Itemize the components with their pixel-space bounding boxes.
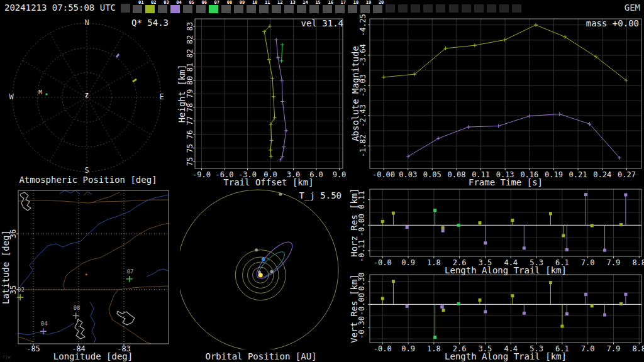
station-slot-label: 11 — [265, 0, 270, 5]
map-river — [18, 323, 74, 335]
map-terrain — [20, 192, 31, 211]
map-state-border — [18, 286, 169, 290]
station-slot-09[interactable] — [234, 5, 243, 13]
station-slots: 0102030405060708091011121314151617181920 — [0, 0, 644, 15]
vert-point-station-04 — [440, 305, 443, 309]
station-slot-spare — [499, 4, 509, 13]
moon-marker: M — [38, 90, 42, 96]
orbit-caption: Orbital Position [AU] — [205, 352, 316, 361]
station-slot-label: 14 — [303, 0, 308, 5]
map-river — [90, 302, 96, 344]
station-slot-spare — [398, 4, 408, 13]
sun-dot — [258, 273, 263, 277]
earth-dot — [262, 258, 265, 261]
trail-ylabel: Height [km] — [177, 65, 187, 123]
station-slot-spare — [436, 4, 445, 13]
trail-xlabel: Trail Offset [km] — [223, 178, 313, 187]
horz-point-station-02 — [591, 224, 594, 228]
horz-point-station-02 — [478, 221, 481, 224]
atmospheric-caption: Atmospheric Position [deg] — [19, 175, 157, 185]
vert-point-station-02 — [511, 294, 514, 297]
horz-res-xlabel: Length Along Trail [km] — [445, 266, 567, 275]
planet-dot — [255, 248, 258, 251]
map-state-border — [109, 290, 151, 344]
station-slot-20[interactable] — [373, 5, 382, 13]
horz-point-station-07 — [433, 209, 436, 212]
polar-spoke — [87, 60, 151, 97]
station-slot-16[interactable] — [323, 5, 332, 13]
map-river — [20, 195, 169, 287]
station-slot-label: 17 — [341, 0, 346, 5]
station-slot-08[interactable] — [221, 5, 231, 13]
vert-point-station-02 — [560, 325, 564, 328]
station-slot-11[interactable] — [259, 5, 269, 13]
station-slot-spare — [411, 4, 420, 13]
station-slot-19[interactable] — [360, 5, 370, 13]
vert-point-station-04 — [484, 310, 487, 314]
station-slot-17[interactable] — [335, 5, 345, 13]
horz-point-station-04 — [484, 241, 487, 244]
station-slot-10[interactable] — [247, 5, 256, 13]
plot-border — [370, 275, 641, 343]
polar-spoke — [87, 33, 124, 97]
planet-dot — [270, 270, 274, 273]
station-slot-spare — [462, 4, 471, 13]
station-slot-02[interactable] — [145, 5, 155, 13]
horz-point-station-04 — [565, 248, 569, 251]
station-slot-01[interactable] — [133, 5, 142, 13]
compass-west-label: W — [9, 93, 13, 101]
station-slot-04[interactable] — [170, 5, 180, 13]
vert-point-station-02 — [619, 302, 623, 305]
map-terrain — [117, 311, 135, 325]
vert-point-station-02 — [381, 297, 384, 300]
vert-res-xlabel: Length Along Trail [km] — [445, 352, 567, 361]
map-terrain — [75, 319, 85, 339]
station-slot-label: 07 — [214, 0, 219, 5]
station-slot-leading[interactable] — [121, 4, 130, 13]
horz-point-station-02 — [381, 220, 384, 223]
horz-point-station-04 — [624, 193, 627, 196]
vert-point-station-02 — [549, 281, 552, 284]
station-slot-label: 04 — [176, 0, 181, 5]
station-slot-spare — [512, 4, 521, 13]
magnitude-ylabel: Absolute Magnitude — [351, 46, 360, 141]
vert-point-station-02 — [478, 299, 481, 302]
app-root: 20241213 07:55:08 UTC 010203040506070809… — [0, 0, 644, 362]
station-slot-12[interactable] — [272, 5, 281, 13]
trail-series-station-02 — [264, 26, 274, 156]
station-slot-07[interactable] — [209, 5, 218, 13]
map-state-border — [92, 192, 119, 202]
chart-trail — [193, 19, 343, 170]
station-slot-label: 05 — [189, 0, 194, 5]
station-slot-13[interactable] — [284, 5, 294, 13]
polar-spoke — [23, 97, 87, 134]
map-xlabel: Longitude [deg] — [53, 352, 133, 361]
chart-mag — [368, 19, 641, 170]
polar-spoke — [87, 97, 151, 134]
map-meteor-dot — [86, 273, 87, 275]
vert-point-station-02 — [392, 280, 395, 283]
q-value: Q* 54.3 — [131, 18, 169, 28]
station-slot-14[interactable] — [297, 5, 306, 13]
station-slot-05[interactable] — [183, 5, 192, 13]
polar-spoke — [23, 60, 87, 97]
station-slot-spare — [423, 4, 433, 13]
map-state-border — [18, 337, 33, 342]
map-ylabel: Latitude [deg] — [1, 230, 11, 304]
meteor-streak-station-02 — [133, 79, 136, 82]
station-slot-label: 16 — [328, 0, 333, 5]
station-slot-label: 09 — [240, 0, 245, 5]
tisserand-value: T_j 5.50 — [299, 191, 341, 200]
horz-point-station-04 — [584, 193, 587, 196]
station-slot-label: 20 — [379, 0, 384, 5]
station-slot-15[interactable] — [309, 5, 319, 13]
station-slot-18[interactable] — [348, 5, 357, 13]
horz-point-station-02 — [619, 223, 623, 226]
station-slot-label: 13 — [290, 0, 295, 5]
station-slot-06[interactable] — [196, 5, 206, 13]
station-slot-label: 03 — [164, 0, 169, 5]
station-slot-label: 01 — [138, 0, 143, 5]
meteor-streak-station-04 — [116, 54, 119, 57]
station-slot-03[interactable] — [158, 5, 167, 13]
map-river — [84, 192, 92, 195]
